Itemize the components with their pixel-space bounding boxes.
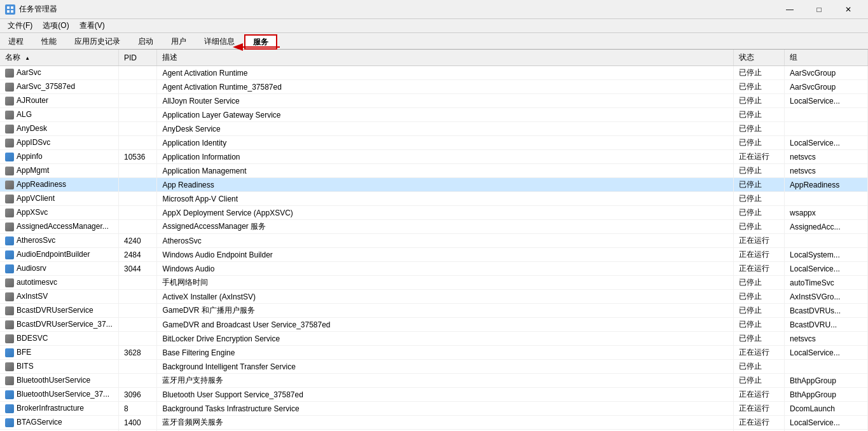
table-row[interactable]: BDESVC BitLocker Drive Encryption Servic… (0, 332, 868, 346)
table-row[interactable]: AxInstSV ActiveX Installer (AxInstSV) 已停… (0, 290, 868, 304)
col-header-pid[interactable]: PID (119, 50, 157, 66)
service-name: AarSvc_37587ed (0, 80, 119, 94)
service-desc: Bluetooth User Support Service_37587ed (157, 388, 733, 402)
menu-view[interactable]: 查看(V) (74, 19, 110, 32)
service-status: 正在运行 (733, 416, 785, 430)
service-pid: 2484 (119, 248, 157, 262)
table-row[interactable]: BcastDVRUserService GameDVR 和广播用户服务 已停止 … (0, 304, 868, 318)
table-row[interactable]: AppVClient Microsoft App-V Client 已停止 (0, 192, 868, 206)
table-row[interactable]: AtherosSvc 4240 AtherosSvc 正在运行 (0, 234, 868, 248)
service-name: AssignedAccessManager... (0, 220, 119, 234)
service-icon (5, 153, 14, 161)
table-row[interactable]: Audiosrv 3044 Windows Audio 正在运行 LocalSe… (0, 262, 868, 276)
service-pid (119, 360, 157, 374)
service-name: AudioEndpointBuilder (0, 248, 119, 262)
service-icon (5, 167, 14, 175)
service-group: AxInstSVGro... (785, 290, 868, 304)
service-group: AppReadiness (785, 178, 868, 192)
table-row[interactable]: AppXSvc AppX Deployment Service (AppXSVC… (0, 206, 868, 220)
table-row[interactable]: BITS Background Intelligent Transfer Ser… (0, 360, 868, 374)
service-group: LocalService... (785, 262, 868, 276)
service-desc: Microsoft App-V Client (157, 192, 733, 206)
table-row[interactable]: BTAGService 1400 蓝牙音频网关服务 正在运行 LocalServ… (0, 416, 868, 430)
table-row[interactable]: BFE 3628 Base Filtering Engine 正在运行 Loca… (0, 346, 868, 360)
service-status: 已停止 (733, 136, 785, 150)
table-row[interactable]: AarSvc Agent Activation Runtime 已停止 AarS… (0, 66, 868, 80)
table-row[interactable]: ALG Application Layer Gateway Service 已停… (0, 108, 868, 122)
table-row[interactable]: AppIDSvc Application Identity 已停止 LocalS… (0, 136, 868, 150)
table-row[interactable]: AppMgmt Application Management 已停止 netsv… (0, 164, 868, 178)
svg-rect-2 (7, 10, 10, 13)
tab-history[interactable]: 应用历史记录 (66, 34, 128, 49)
service-pid (119, 318, 157, 332)
service-name: AppReadiness (0, 178, 119, 192)
tab-details[interactable]: 详细信息 (196, 34, 243, 49)
table-row[interactable]: AJRouter AllJoyn Router Service 已停止 Loca… (0, 94, 868, 108)
service-icon (5, 195, 14, 203)
service-icon (5, 334, 14, 343)
service-desc: GameDVR and Broadcast User Service_37587… (157, 318, 733, 332)
service-desc: Windows Audio (157, 262, 733, 276)
window-controls: — □ ✕ (775, 0, 863, 19)
close-button[interactable]: ✕ (834, 0, 863, 19)
service-icon (5, 390, 14, 399)
table-row[interactable]: BluetoothUserService_37... 3096 Bluetoot… (0, 388, 868, 402)
service-pid (119, 192, 157, 206)
table-row[interactable]: BcastDVRUserService_37... GameDVR and Br… (0, 318, 868, 332)
service-pid (119, 332, 157, 346)
tab-process[interactable]: 进程 (0, 34, 32, 49)
service-group: BcastDVRUs... (785, 304, 868, 318)
table-row[interactable]: BrokerInfrastructure 8 Background Tasks … (0, 402, 868, 416)
service-pid: 8 (119, 402, 157, 416)
service-group (785, 234, 868, 248)
service-name: AJRouter (0, 94, 119, 108)
service-icon (5, 97, 14, 106)
service-group: AarSvcGroup (785, 80, 868, 94)
minimize-button[interactable]: — (775, 0, 804, 19)
menu-options[interactable]: 选项(O) (38, 19, 74, 32)
svg-rect-3 (11, 10, 13, 13)
table-row[interactable]: AssignedAccessManager... AssignedAccessM… (0, 220, 868, 234)
col-header-status[interactable]: 状态 (733, 50, 785, 66)
service-icon (5, 278, 14, 287)
service-status: 已停止 (733, 360, 785, 374)
service-desc: AtherosSvc (157, 234, 733, 248)
tab-startup[interactable]: 启动 (130, 34, 162, 49)
col-header-name[interactable]: 名称 ▲ (0, 50, 119, 66)
service-name: BcastDVRUserService_37... (0, 318, 119, 332)
menu-file[interactable]: 文件(F) (3, 19, 38, 32)
table-row[interactable]: AudioEndpointBuilder 2484 Windows Audio … (0, 248, 868, 262)
service-status: 已停止 (733, 94, 785, 108)
maximize-button[interactable]: □ (804, 0, 834, 19)
service-group: wsappx (785, 206, 868, 220)
table-row[interactable]: autotimesvc 手机网络时间 已停止 autoTimeSvc (0, 276, 868, 290)
service-status: 正在运行 (733, 402, 785, 416)
title-bar: 任务管理器 — □ ✕ (0, 0, 868, 19)
service-group: DcomLaunch (785, 402, 868, 416)
tab-users[interactable]: 用户 (163, 34, 195, 49)
service-icon (5, 418, 14, 427)
app-title: 任务管理器 (19, 4, 57, 15)
service-name: AnyDesk (0, 122, 119, 136)
tab-performance[interactable]: 性能 (33, 34, 65, 49)
service-icon (5, 306, 14, 315)
table-row[interactable]: AnyDesk AnyDesk Service 已停止 (0, 122, 868, 136)
table-row[interactable]: AppReadiness App Readiness 已停止 AppReadin… (0, 178, 868, 192)
service-name: AppVClient (0, 192, 119, 206)
service-name: BrokerInfrastructure (0, 402, 119, 416)
service-status: 已停止 (733, 122, 785, 136)
service-icon (5, 320, 14, 329)
col-header-desc[interactable]: 描述 (157, 50, 733, 66)
service-status: 已停止 (733, 374, 785, 388)
table-row[interactable]: BluetoothUserService 蓝牙用户支持服务 已停止 BthApp… (0, 374, 868, 388)
service-desc: Application Information (157, 150, 733, 164)
service-desc: Background Intelligent Transfer Service (157, 360, 733, 374)
table-row[interactable]: AarSvc_37587ed Agent Activation Runtime_… (0, 80, 868, 94)
service-pid (119, 178, 157, 192)
service-pid (119, 220, 157, 234)
menu-bar: 文件(F) 选项(O) 查看(V) (0, 19, 868, 33)
service-pid (119, 136, 157, 150)
tab-services[interactable]: 服务 (244, 34, 277, 50)
col-header-group[interactable]: 组 (785, 50, 868, 66)
table-row[interactable]: Appinfo 10536 Application Information 正在… (0, 150, 868, 164)
